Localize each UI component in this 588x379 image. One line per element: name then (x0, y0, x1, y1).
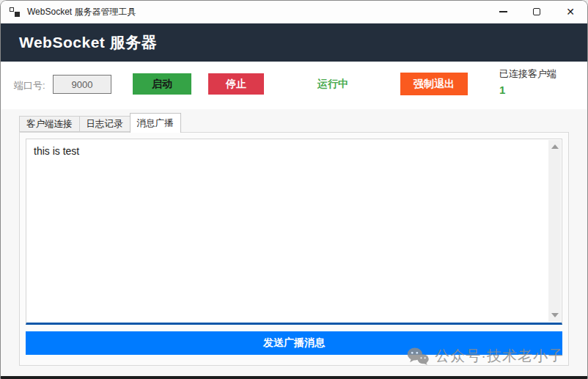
tab-strip: 客户端连接 日志记录 消息广播 (19, 112, 587, 132)
connected-clients-count: 1 (499, 84, 556, 96)
port-label: 端口号: (14, 79, 45, 92)
broadcast-message-box: this is test (26, 139, 562, 325)
app-icon (10, 7, 20, 17)
server-status-text: 运行中 (317, 78, 348, 91)
tab-area: 客户端连接 日志记录 消息广播 this is test 发送广播消息 (1, 109, 587, 376)
app-icon-square-filled (15, 12, 20, 17)
textbox-scrollbar[interactable] (548, 140, 561, 322)
maximize-icon (533, 8, 540, 15)
send-broadcast-button[interactable]: 发送广播消息 (26, 331, 562, 355)
close-icon: ✕ (566, 7, 575, 17)
scroll-up-icon[interactable] (551, 144, 559, 149)
stop-button[interactable]: 停止 (208, 73, 264, 95)
app-window: WebSocket 服务器管理工具 ✕ WebSocket 服务器 端口号: 启… (0, 0, 588, 379)
force-quit-button[interactable]: 强制退出 (400, 73, 468, 95)
tab-log-records[interactable]: 日志记录 (79, 116, 130, 132)
tab-message-broadcast[interactable]: 消息广播 (130, 113, 181, 133)
start-button[interactable]: 启动 (133, 73, 191, 95)
connected-clients-block: 已连接客户端 1 (499, 67, 556, 96)
broadcast-panel: this is test 发送广播消息 (19, 132, 569, 366)
app-header: WebSocket 服务器 (1, 23, 587, 62)
connected-clients-label: 已连接客户端 (499, 67, 556, 81)
window-title: WebSocket 服务器管理工具 (27, 6, 136, 18)
minimize-button[interactable] (486, 1, 520, 23)
app-icon-square-outline (10, 7, 14, 12)
app-header-title: WebSocket 服务器 (19, 32, 157, 53)
titlebar: WebSocket 服务器管理工具 ✕ (1, 1, 587, 23)
close-button[interactable]: ✕ (554, 1, 587, 23)
port-input[interactable] (53, 75, 111, 94)
minimize-icon (499, 11, 507, 12)
window-controls: ✕ (486, 1, 587, 23)
control-panel: 端口号: 启动 停止 运行中 强制退出 已连接客户端 1 (1, 62, 587, 109)
scroll-down-icon[interactable] (551, 313, 559, 317)
maximize-button[interactable] (520, 1, 554, 23)
broadcast-message-input[interactable]: this is test (26, 139, 562, 323)
tab-client-connections[interactable]: 客户端连接 (19, 116, 79, 132)
